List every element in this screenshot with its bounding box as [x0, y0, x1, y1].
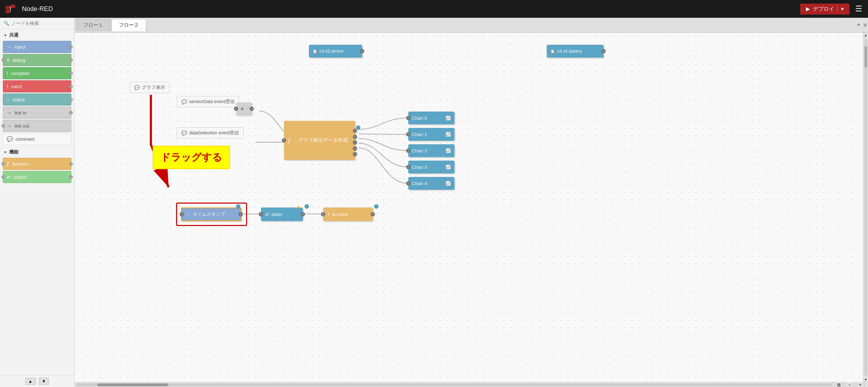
chart-node-1[interactable]: Chart 1 📈	[408, 128, 454, 141]
port-left	[321, 212, 325, 216]
func-bottom-node[interactable]: ƒ function	[323, 208, 373, 221]
status-icon: ~	[7, 97, 10, 102]
section-header-function[interactable]: ▼ 機能	[0, 146, 74, 157]
port-left	[1, 58, 5, 62]
port-left	[406, 149, 410, 153]
horizontal-scrollbar: ⊞ − +	[75, 382, 868, 387]
timestamp-node[interactable]: → タイムスタンプ	[181, 208, 241, 221]
flow-canvas[interactable]: 📋 c4.s3.sensor 📋 c4.s3.datana 💬 グラフ表示 💬	[75, 33, 863, 382]
node-catch[interactable]: ! catch	[3, 80, 71, 92]
timestamp-top-dot	[236, 204, 240, 209]
svg-rect-3	[6, 10, 10, 13]
linkout-icon: →	[7, 123, 12, 129]
chart-node-0[interactable]: Chart 0 📈	[408, 112, 454, 124]
port-right	[69, 45, 73, 49]
node-debug[interactable]: ≡ debug	[3, 54, 71, 66]
port-left	[406, 116, 410, 120]
add-tab-button[interactable]: +	[857, 21, 861, 29]
func-graph-data[interactable]: ƒ グラフ表示データ作成	[284, 121, 355, 160]
warning-icon: ▲	[296, 204, 301, 210]
comment-graph-display[interactable]: 💬 グラフ表示	[130, 82, 170, 93]
port-right	[69, 98, 73, 101]
linkin-icon: →	[7, 110, 12, 115]
node-function[interactable]: ƒ function	[3, 158, 71, 170]
port-right-2	[353, 135, 357, 139]
port-right-4	[353, 146, 357, 151]
chart-node-2[interactable]: Chart 2 📈	[408, 144, 454, 157]
port-left	[1, 175, 5, 179]
function-icon: ƒ	[7, 161, 10, 167]
chart-icon: 📈	[446, 132, 451, 137]
port-right	[601, 49, 606, 53]
svg-rect-1	[11, 5, 15, 8]
scroll-down-button[interactable]: ▼	[39, 378, 49, 385]
port-left-1	[282, 138, 286, 143]
deploy-button[interactable]: ▶ デプロイ ▾	[800, 4, 850, 15]
tab-flow1[interactable]: フロー１	[76, 19, 111, 31]
arrow-icon: ✈	[240, 106, 244, 112]
port-right	[69, 71, 73, 75]
tab-list-button[interactable]: ≡	[863, 22, 867, 28]
h-scrollbar-thumb[interactable]	[97, 383, 168, 386]
canvas-area: フロー１ フロー２ + ≡	[75, 18, 868, 387]
port-left	[406, 181, 410, 186]
deploy-icon: ▶	[806, 6, 810, 12]
inject-icon: →	[186, 212, 191, 217]
deploy-dropdown-arrow[interactable]: ▾	[837, 6, 844, 12]
mqtt-node-datana[interactable]: 📋 c4.s3.datana	[547, 45, 604, 58]
chart-node-4[interactable]: Chart 4 📈	[408, 177, 454, 190]
slider-node[interactable]: ⇄ slider ▲	[261, 208, 303, 221]
debug-icon: ≡	[7, 57, 10, 63]
port-right-1	[353, 129, 357, 133]
svg-line-2	[10, 6, 11, 8]
node-comment[interactable]: 💬 comment	[3, 133, 71, 145]
catch-icon: !	[7, 84, 8, 89]
search-icon: 🔍	[4, 21, 9, 26]
scroll-up-button[interactable]: ▲	[863, 33, 868, 38]
chart-node-3[interactable]: Chart 3 📈	[408, 161, 454, 173]
port-right	[360, 49, 364, 53]
slider-right-dot	[305, 204, 309, 209]
node-link-in[interactable]: → link in	[3, 107, 71, 119]
event-arrow-node[interactable]: ✈	[236, 102, 252, 115]
port-left	[234, 107, 238, 111]
tab-flow2[interactable]: フロー２	[111, 19, 146, 31]
port-right	[69, 58, 73, 62]
right-scrollbar: ▲ ▼	[863, 33, 868, 382]
app-title: Node-RED	[22, 5, 53, 13]
section-header-common[interactable]: ▼ 共通	[0, 29, 74, 40]
scrollbar-thumb[interactable]	[864, 46, 867, 68]
h-scrollbar-track	[76, 383, 832, 386]
node-link-out[interactable]: → link out	[3, 120, 71, 132]
port-left	[1, 162, 5, 166]
sidebar-scroll: ▼ 共通 → inject ≡ debug ! complete !	[0, 29, 74, 375]
sidebar: 🔍 ▼ 共通 → inject ≡ debug ! compl	[0, 18, 75, 387]
search-input[interactable]	[11, 21, 71, 26]
port-right-5	[353, 152, 357, 156]
comment-sensor-event[interactable]: 💬 sensorData event受信	[177, 96, 239, 107]
port-right	[301, 212, 305, 216]
svg-rect-0	[6, 6, 10, 9]
port-right	[69, 111, 73, 114]
comment-selection-event[interactable]: 💬 dataSelection event受信	[177, 127, 244, 139]
port-right	[250, 107, 254, 111]
port-left	[406, 165, 410, 169]
node-status[interactable]: ~ status	[3, 93, 71, 106]
menu-icon[interactable]: ☰	[855, 4, 862, 14]
header-right: ▶ デプロイ ▾ ☰	[800, 4, 862, 15]
func-icon: ƒ	[327, 212, 330, 217]
port-left	[1, 124, 5, 128]
node-inject[interactable]: → inject	[3, 41, 71, 53]
chart-icon: 📈	[446, 181, 451, 186]
drag-instruction-label: ドラッグする	[153, 146, 230, 169]
mqtt-node-sensor[interactable]: 📋 c4.s3.sensor	[309, 45, 362, 58]
switch-icon: ⇄	[7, 174, 11, 180]
scroll-up-button[interactable]: ▲	[25, 378, 36, 385]
complete-icon: !	[7, 70, 8, 76]
tabs-bar: フロー１ フロー２ + ≡	[75, 18, 868, 33]
node-complete[interactable]: ! complete	[3, 67, 71, 79]
comment-icon: 💬	[134, 85, 140, 90]
comment-icon: 💬	[7, 136, 13, 142]
node-switch[interactable]: ⇄ switch	[3, 171, 71, 183]
scrollbar-track	[864, 39, 867, 376]
